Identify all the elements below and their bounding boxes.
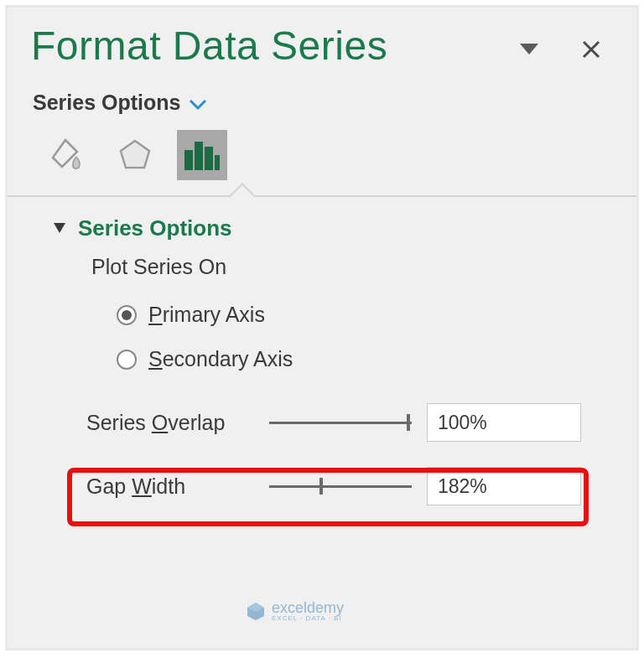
slider-thumb[interactable]	[319, 478, 323, 495]
watermark-brand: exceldemy	[272, 600, 344, 615]
close-button[interactable]	[576, 34, 606, 65]
bar-chart-icon	[183, 138, 221, 172]
tab-series-options[interactable]	[177, 130, 227, 180]
radio-primary-axis-row: Primary Axis	[8, 298, 636, 332]
series-overlap-row: Series Overlap	[8, 395, 636, 450]
section-collapse-toggle[interactable]: Series Options	[8, 197, 636, 248]
series-overlap-spinner	[427, 403, 581, 442]
series-overlap-slider[interactable]	[269, 411, 412, 434]
svg-rect-7	[205, 147, 213, 170]
section-selector-label: Series Options	[33, 91, 180, 115]
gap-width-label: Gap Width	[86, 474, 266, 499]
slider-track	[269, 422, 412, 424]
gap-width-input[interactable]	[428, 475, 644, 498]
radio-primary-axis-label: Primary Axis	[148, 303, 265, 327]
panel-header: Format Data Series	[8, 8, 636, 77]
chevron-down-icon	[189, 99, 207, 111]
plot-series-on-label: Plot Series On	[8, 248, 636, 298]
svg-rect-5	[184, 150, 193, 170]
gap-width-spinner	[427, 467, 581, 505]
svg-rect-6	[195, 142, 203, 170]
svg-marker-9	[54, 223, 65, 233]
format-data-series-panel: Format Data Series Series Options	[5, 5, 639, 650]
collapse-caret-icon	[53, 222, 66, 236]
panel-title: Format Data Series	[31, 23, 514, 69]
pentagon-icon	[117, 137, 153, 173]
caret-down-icon	[520, 44, 538, 54]
slider-track	[269, 485, 412, 488]
section-title: Series Options	[78, 215, 232, 241]
series-overlap-label: Series Overlap	[86, 411, 266, 435]
section-selector[interactable]: Series Options	[8, 77, 636, 120]
radio-secondary-axis[interactable]	[117, 350, 137, 370]
watermark: exceldemy EXCEL · DATA · BI	[247, 600, 344, 622]
close-icon	[581, 39, 601, 60]
gap-width-row: Gap Width	[8, 459, 636, 514]
paint-bucket-icon	[50, 137, 86, 173]
watermark-sub: EXCEL · DATA · BI	[272, 615, 344, 622]
tab-effects[interactable]	[110, 130, 160, 180]
category-tabs	[8, 120, 636, 180]
radio-secondary-axis-label: Secondary Axis	[148, 347, 293, 371]
radio-primary-axis[interactable]	[117, 305, 137, 325]
divider	[8, 195, 636, 197]
svg-rect-8	[215, 155, 220, 170]
slider-thumb[interactable]	[407, 414, 410, 431]
gap-width-slider[interactable]	[269, 474, 412, 498]
radio-secondary-axis-row: Secondary Axis	[8, 342, 636, 376]
tab-fill-line[interactable]	[43, 130, 93, 180]
task-pane-options-button[interactable]	[514, 34, 544, 65]
series-overlap-input[interactable]	[428, 412, 644, 434]
watermark-icon	[247, 602, 265, 620]
